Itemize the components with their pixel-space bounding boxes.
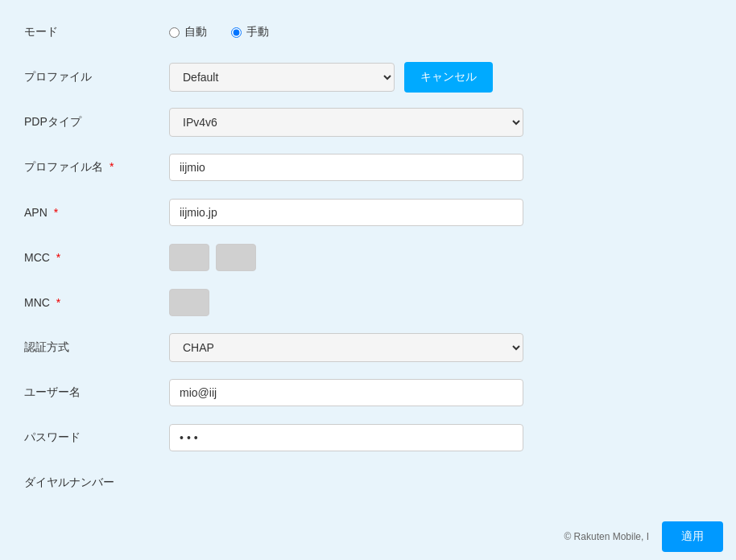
username-input[interactable]	[169, 379, 523, 406]
apn-row: APN *	[24, 196, 712, 229]
mode-manual-radio[interactable]	[231, 27, 242, 38]
apn-control	[169, 199, 523, 226]
password-label: パスワード	[24, 430, 169, 445]
profile-controls: Default キャンセル	[169, 62, 493, 93]
mode-auto-text: 自動	[184, 25, 207, 39]
profile-select[interactable]: Default	[169, 63, 395, 92]
profile-name-control	[169, 154, 523, 181]
auth-control: NONE PAP CHAP PAP or CHAP	[169, 333, 523, 362]
profile-name-label: プロファイル名 *	[24, 160, 169, 175]
username-row: ユーザー名	[24, 377, 712, 409]
cancel-button[interactable]: キャンセル	[404, 62, 493, 93]
mode-auto-radio[interactable]	[169, 27, 180, 38]
username-label: ユーザー名	[24, 385, 169, 400]
mnc-input[interactable]	[169, 289, 209, 316]
mode-auto-label[interactable]: 自動	[169, 25, 207, 39]
pdp-control: IPv4v6 IPv4 IPv6	[169, 108, 523, 137]
profile-name-required: *	[110, 160, 114, 173]
username-control	[169, 379, 523, 406]
mnc-required: *	[56, 296, 60, 309]
dial-label: ダイヤルナンバー	[24, 476, 169, 490]
form-container: モード 自動 手動 プロファイル Default キャンセル PDPタイプ IP…	[0, 0, 736, 528]
mode-label: モード	[24, 25, 169, 39]
password-row: パスワード	[24, 422, 712, 454]
pdp-row: PDPタイプ IPv4v6 IPv4 IPv6	[24, 106, 712, 138]
password-input[interactable]	[169, 424, 523, 451]
profile-name-row: プロファイル名 *	[24, 151, 712, 183]
mcc-required: *	[56, 251, 60, 264]
auth-row: 認証方式 NONE PAP CHAP PAP or CHAP	[24, 331, 712, 364]
mcc-inputs	[169, 244, 256, 271]
apply-button[interactable]: 適用	[662, 521, 723, 552]
mcc-label: MCC *	[24, 251, 169, 264]
pdp-select[interactable]: IPv4v6 IPv4 IPv6	[169, 108, 523, 137]
apn-input[interactable]	[169, 199, 523, 226]
mnc-row: MNC *	[24, 286, 712, 319]
copyright-text: © Rakuten Mobile, I	[564, 531, 649, 542]
pdp-label: PDPタイプ	[24, 115, 169, 130]
auth-select[interactable]: NONE PAP CHAP PAP or CHAP	[169, 333, 523, 362]
mode-row: モード 自動 手動	[24, 16, 712, 48]
password-control	[169, 424, 523, 451]
mcc-input-1[interactable]	[169, 244, 209, 271]
mnc-label: MNC *	[24, 296, 169, 309]
mode-manual-label[interactable]: 手動	[231, 25, 269, 39]
mcc-input-2[interactable]	[216, 244, 256, 271]
profile-row: プロファイル Default キャンセル	[24, 61, 712, 93]
mode-radio-group: 自動 手動	[169, 25, 523, 39]
apn-required: *	[54, 206, 58, 219]
profile-label: プロファイル	[24, 70, 169, 84]
footer: © Rakuten Mobile, I 適用	[0, 513, 736, 560]
mcc-row: MCC *	[24, 241, 712, 274]
auth-label: 認証方式	[24, 340, 169, 355]
mnc-input-wrap	[169, 289, 209, 316]
dial-row: ダイヤルナンバー	[24, 467, 712, 499]
apn-label: APN *	[24, 206, 169, 219]
mode-manual-text: 手動	[246, 25, 269, 39]
profile-name-input[interactable]	[169, 154, 523, 181]
